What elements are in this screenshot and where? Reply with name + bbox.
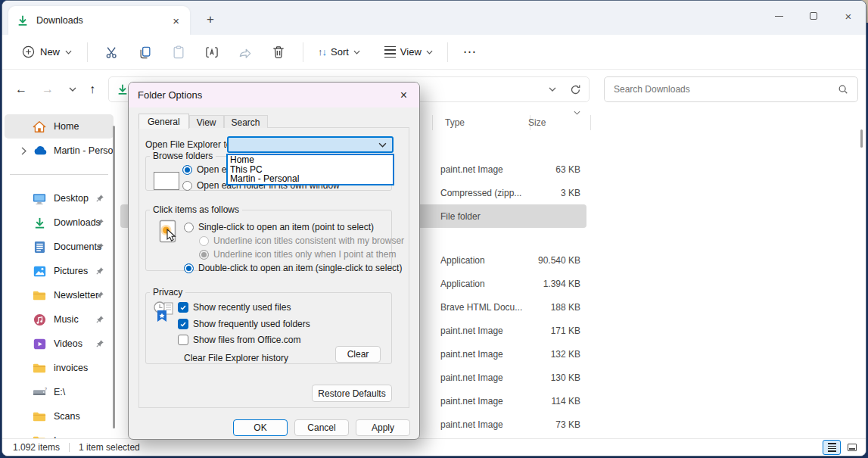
radio-double-click[interactable]: Double-click to open an item (single-cli…: [184, 262, 402, 274]
explorer-tab-downloads[interactable]: Downloads ×: [8, 6, 190, 35]
sidebar-item-home[interactable]: Home: [5, 114, 114, 139]
column-header-type[interactable]: Type: [445, 117, 528, 128]
sidebar-item-drive-e[interactable]: ? E:\: [5, 380, 114, 404]
sidebar-item-newsletter[interactable]: Newsletter: [5, 283, 114, 307]
ok-button[interactable]: OK: [233, 419, 288, 436]
sidebar-item-images[interactable]: Images: [5, 428, 114, 438]
file-list-scrollbar[interactable]: [860, 129, 863, 148]
radio-underline-browser[interactable]: Underline icon titles consistent with my…: [199, 235, 404, 247]
column-divider[interactable]: [432, 115, 433, 130]
checkbox-label[interactable]: Show frequently used folders: [193, 319, 310, 329]
selection-count: 1 item selected: [79, 442, 140, 453]
radio-label[interactable]: Underline icon titles only when I point …: [213, 249, 396, 260]
new-button[interactable]: New: [14, 41, 79, 63]
pin-icon: [95, 194, 104, 203]
up-button[interactable]: ↑: [81, 77, 104, 101]
items-count: 1.092 items: [13, 442, 60, 453]
details-view-toggle[interactable]: [823, 440, 841, 455]
downloads-icon: [16, 14, 29, 27]
dropdown-option-home[interactable]: Home: [228, 155, 393, 165]
delete-button[interactable]: [262, 39, 295, 66]
cut-button[interactable]: [95, 39, 129, 66]
paste-button[interactable]: [162, 39, 195, 66]
radio-icon[interactable]: [184, 223, 194, 232]
see-more-button[interactable]: ⋯: [456, 44, 484, 60]
radio-icon[interactable]: [182, 181, 192, 191]
sidebar-item-scans[interactable]: Scans: [5, 404, 114, 428]
radio-icon[interactable]: [182, 165, 192, 175]
checkbox-icon[interactable]: [178, 319, 188, 329]
checkbox-label[interactable]: Show recently used files: [193, 302, 291, 313]
share-button[interactable]: [229, 39, 262, 66]
back-button[interactable]: ←: [10, 77, 33, 101]
new-tab-button[interactable]: +: [201, 10, 220, 30]
copy-button[interactable]: [129, 39, 162, 66]
folder-options-dialog: Folder Options × General View Search Ope…: [128, 82, 420, 440]
checkbox-frequent-folders[interactable]: Show frequently used folders: [178, 318, 310, 330]
address-dropdown-chevron[interactable]: [549, 87, 556, 92]
dialog-close-icon[interactable]: ×: [397, 89, 410, 102]
view-button[interactable]: View: [378, 42, 440, 62]
radio-underline-point[interactable]: Underline icon titles only when I point …: [199, 248, 396, 260]
sort-button[interactable]: ↑↓ Sort: [311, 42, 367, 62]
sidebar-item-label: Downloads: [54, 217, 114, 228]
apply-button[interactable]: Apply: [356, 419, 410, 436]
forward-button[interactable]: →: [36, 77, 59, 101]
file-explorer-window: Downloads × + × New: [2, 0, 866, 456]
radio-icon[interactable]: [184, 263, 194, 273]
clear-button[interactable]: Clear: [335, 346, 381, 363]
sidebar-item-label: Music: [54, 314, 114, 325]
cancel-button[interactable]: Cancel: [294, 419, 349, 436]
command-toolbar: New ↑↓ Sort: [2, 35, 866, 70]
pin-icon: [95, 266, 104, 276]
click-items-icon: [158, 220, 179, 245]
sidebar-item-documents[interactable]: Documents: [5, 235, 114, 259]
window-controls: ×: [761, 1, 866, 31]
checkbox-icon[interactable]: [178, 335, 188, 345]
new-label: New: [40, 46, 60, 58]
radio-label[interactable]: Underline icon titles consistent with my…: [213, 235, 404, 246]
sidebar-item-label: E:\: [54, 387, 114, 397]
general-tab-panel: Open File Explorer to: Home This PC Mart…: [138, 127, 409, 408]
radio-icon[interactable]: [199, 250, 209, 260]
sidebar-item-pictures[interactable]: Pictures: [5, 259, 114, 283]
maximize-button[interactable]: [796, 1, 831, 31]
checkbox-label[interactable]: Show files from Office.com: [193, 335, 301, 345]
refresh-icon[interactable]: [570, 84, 581, 95]
plus-circle-icon: [22, 45, 35, 58]
tab-search[interactable]: Search: [224, 115, 268, 128]
dropdown-option-onedrive[interactable]: Martin - Personal: [228, 174, 393, 184]
folder-icon: [32, 409, 47, 424]
radio-label[interactable]: Double-click to open an item (single-cli…: [198, 263, 402, 273]
sidebar-scrollbar[interactable]: [113, 126, 115, 428]
sidebar-item-downloads[interactable]: Downloads: [5, 210, 114, 235]
search-box[interactable]: [604, 76, 858, 102]
pin-icon: [95, 339, 104, 348]
search-input[interactable]: [614, 84, 838, 95]
radio-icon[interactable]: [199, 236, 209, 246]
close-button[interactable]: ×: [831, 1, 866, 31]
sidebar-item-onedrive[interactable]: Martin - Personal: [5, 139, 114, 163]
tab-bar: Downloads × + ×: [2, 1, 866, 35]
sidebar-item-music[interactable]: Music: [5, 307, 114, 332]
checkbox-icon[interactable]: [178, 302, 188, 313]
sidebar-item-videos[interactable]: Videos: [5, 332, 114, 356]
expand-chevron-icon[interactable]: [15, 147, 32, 155]
pin-icon: [95, 218, 104, 227]
tab-general[interactable]: General: [138, 114, 189, 129]
checkbox-recent-files[interactable]: Show recently used files: [178, 301, 291, 313]
radio-single-click[interactable]: Single-click to open an item (point to s…: [184, 221, 374, 233]
restore-defaults-button[interactable]: Restore Defaults: [312, 385, 392, 402]
rename-button[interactable]: [195, 39, 229, 66]
column-divider[interactable]: [590, 115, 591, 130]
sidebar-item-desktop[interactable]: Desktop: [5, 186, 114, 210]
thumbnail-view-toggle[interactable]: [843, 440, 861, 455]
radio-label[interactable]: Single-click to open an item (point to s…: [198, 222, 374, 232]
trash-icon: [271, 45, 286, 60]
column-header-size[interactable]: Size: [528, 117, 585, 128]
checkbox-office-files[interactable]: Show files from Office.com: [178, 334, 301, 346]
tab-close-icon[interactable]: ×: [170, 14, 182, 27]
tab-view[interactable]: View: [189, 115, 224, 128]
sidebar-item-invoices[interactable]: invoices: [5, 356, 114, 380]
minimize-button[interactable]: [761, 1, 796, 31]
